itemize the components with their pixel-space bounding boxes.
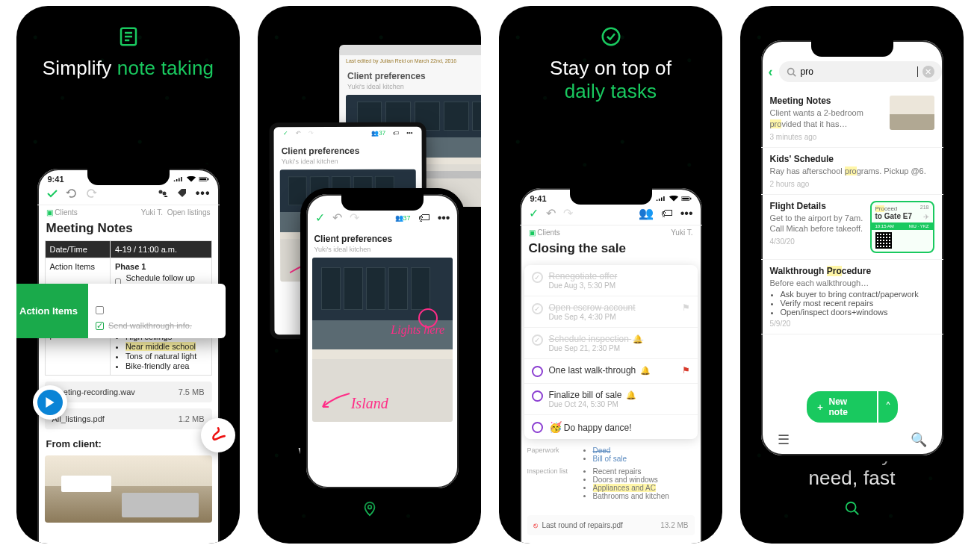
plane-icon: ✈: [923, 213, 929, 221]
promo-panel-2: Last edited by Julian Reid on March 22nd…: [258, 6, 481, 544]
svg-point-8: [368, 505, 371, 509]
check-circle-icon: [600, 25, 622, 48]
action-items-popover: Action Items Phase 1 Schedule follow up …: [16, 284, 226, 338]
action-items-tab[interactable]: Action Items: [16, 284, 88, 338]
svg-rect-3: [208, 178, 208, 181]
attachment-pdf[interactable]: ⎋Last round of repairs.pdf13.2 MB: [527, 515, 695, 535]
client-photo: [45, 455, 212, 523]
search-result[interactable]: Walkthrough Procedure Before each walkth…: [761, 260, 943, 335]
acrobat-icon: [208, 426, 228, 445]
back-icon[interactable]: ‹: [769, 64, 773, 80]
undo-icon[interactable]: [66, 187, 78, 199]
note-icon: [117, 25, 140, 48]
menu-icon[interactable]: ☰: [778, 432, 790, 448]
attachment-audio[interactable]: Meeting-recording.wav7.5 MB: [45, 382, 212, 402]
attachment-pdf[interactable]: All_listings.pdf1.2 MB: [45, 408, 212, 429]
tag-icon[interactable]: 🏷: [418, 211, 430, 225]
crumb-user: Yuki T.: [141, 208, 163, 217]
collaborators-badge[interactable]: 👥37: [395, 214, 411, 222]
annotation-island: Island: [321, 392, 388, 412]
qr-icon: [875, 232, 892, 249]
more-icon[interactable]: •••: [438, 211, 450, 225]
svg-point-7: [419, 309, 437, 327]
svg-rect-2: [199, 178, 206, 181]
tag-icon[interactable]: [176, 187, 188, 199]
location-icon: [362, 500, 378, 517]
play-icon: [45, 397, 55, 408]
phone-mock-1: 9:41 ••• ▣ Clients Yuki T. Open listings: [31, 163, 226, 544]
done-icon[interactable]: [46, 187, 58, 199]
checkbox-checked-icon[interactable]: ✓: [96, 322, 104, 330]
task-row[interactable]: Renegotiate offerDue Aug 3, 5:30 PM: [524, 265, 698, 296]
task-row[interactable]: Finalize bill of sale 🔔Due Oct 24, 5:30 …: [524, 384, 698, 415]
crumb-link[interactable]: Open listings: [167, 208, 211, 217]
redo-icon[interactable]: [85, 187, 97, 199]
wifi-icon: [186, 175, 196, 183]
chevron-up-icon[interactable]: ˄: [878, 391, 898, 423]
headline-1: Simplify note taking: [31, 57, 225, 80]
checkbox-icon[interactable]: [96, 306, 104, 314]
search-input[interactable]: ✕: [779, 61, 942, 82]
clear-icon[interactable]: ✕: [922, 66, 934, 78]
result-thumb: [890, 96, 934, 130]
flag-icon[interactable]: ⚑: [682, 365, 690, 376]
alarm-icon: 🔔: [633, 334, 643, 343]
promo-panel-3: Stay on top ofdaily tasks 9:41 ✓↶↷ 👥🏷•••…: [499, 6, 722, 544]
new-note-button[interactable]: ＋New note ˄: [807, 391, 898, 423]
svg-point-14: [846, 502, 855, 512]
search-icon: [787, 67, 796, 77]
task-card: Renegotiate offerDue Aug 3, 5:30 PM Open…: [524, 265, 698, 439]
share-icon[interactable]: [157, 187, 169, 199]
note-title: Closing the sale: [520, 240, 702, 261]
tag-icon[interactable]: 🏷: [661, 207, 673, 220]
note-title: Meeting Notes: [37, 220, 220, 240]
svg-point-9: [602, 28, 619, 46]
task-row[interactable]: Schedule inspection 🔔Due Sep 21, 2:30 PM: [524, 328, 698, 359]
flag-icon[interactable]: ⚑: [682, 302, 690, 313]
note-title: Client preferences: [306, 229, 459, 246]
svg-rect-11: [682, 198, 689, 200]
svg-point-4: [158, 190, 162, 194]
pdf-badge[interactable]: [201, 418, 235, 452]
phone-mock-3: 9:41 ✓↶↷ 👥🏷••• ▣ ClientsYuki T. Closing …: [514, 182, 708, 544]
search-icon: [844, 500, 860, 517]
phone-mock-4: ‹ ✕ ••• Meeting Notes Client wants a 2-b…: [755, 34, 949, 461]
search-icon[interactable]: 🔍: [911, 432, 927, 448]
search-result[interactable]: Kids' Schedule Ray has afterschool progr…: [761, 148, 943, 195]
play-badge[interactable]: [33, 385, 67, 420]
phone-mock-2: ✓↶↷👥37🏷••• Client preferences Yuki's ide…: [300, 188, 465, 494]
search-result[interactable]: Flight Details Get to the airport by 7am…: [761, 195, 943, 260]
task-row[interactable]: 🥳 Do happy dance!: [524, 415, 698, 439]
headline-3: Stay on top ofdaily tasks: [514, 57, 707, 103]
breadcrumb-folder[interactable]: Clients: [55, 208, 78, 217]
plus-icon: ＋: [816, 401, 825, 414]
more-icon[interactable]: •••: [948, 65, 949, 78]
promo-panel-1: Simplify note taking 9:41 •••: [16, 6, 240, 544]
task-row[interactable]: One last walk-through 🔔⚑: [524, 359, 698, 384]
from-client-heading: From client:: [37, 429, 220, 452]
more-icon[interactable]: •••: [680, 207, 693, 220]
svg-point-5: [162, 192, 166, 196]
share-icon[interactable]: 👥: [639, 206, 654, 220]
more-icon[interactable]: •••: [196, 187, 211, 200]
note-toolbar: •••: [37, 184, 220, 205]
promo-panel-4: ‹ ✕ ••• Meeting Notes Client wants a 2-b…: [740, 6, 964, 544]
svg-point-13: [787, 68, 793, 74]
boarding-pass-thumb: 218✈ Proceed to Gate E7 10:15 AMNIU · YK…: [870, 201, 934, 253]
acrobat-icon: ⎋: [533, 521, 538, 529]
battery-icon: [199, 175, 209, 183]
svg-rect-12: [690, 198, 691, 200]
task-row[interactable]: Open escrow accountDue Sep 4, 4:30 PM⚑: [524, 296, 698, 328]
search-result[interactable]: Meeting Notes Client wants a 2-bedroom p…: [761, 90, 943, 148]
signal-icon: [173, 175, 184, 183]
